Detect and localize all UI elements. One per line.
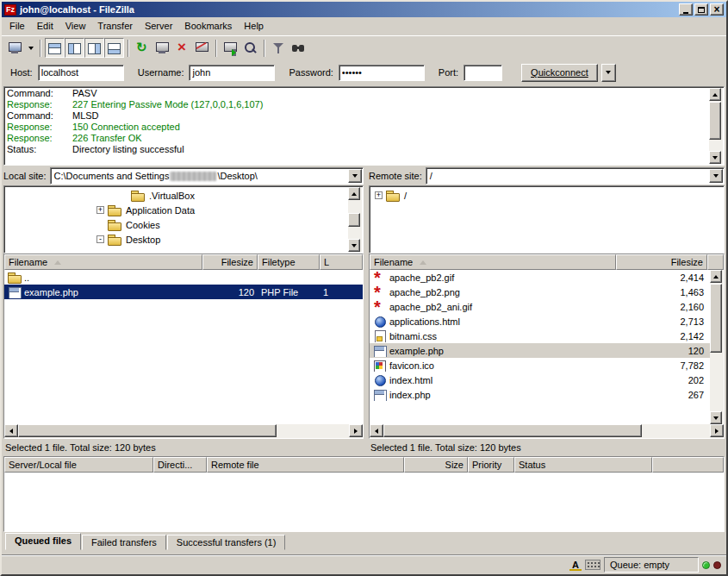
column-header-server-local-file[interactable]: Server/Local file	[4, 457, 153, 473]
scrollbar-thumb[interactable]	[710, 284, 722, 353]
menu-item-help[interactable]: Help	[238, 18, 270, 34]
process-queue-button[interactable]	[152, 38, 172, 58]
remote-list-scrollbar[interactable]	[710, 270, 724, 424]
remote-site-dropdown-button[interactable]	[709, 169, 723, 183]
scrollbar-thumb[interactable]	[348, 213, 360, 227]
toggle-message-log-button[interactable]	[45, 38, 65, 58]
local-horizontal-scrollbar[interactable]	[4, 424, 363, 438]
scroll-down-button[interactable]	[709, 151, 721, 164]
transfer-type-indicator-icon[interactable]: A	[569, 559, 582, 571]
column-header-status[interactable]: Status	[514, 457, 652, 473]
column-header-size[interactable]: Size	[404, 457, 468, 473]
tab-failed-transfers[interactable]: Failed transfers	[82, 535, 166, 550]
refresh-button[interactable]	[133, 38, 152, 58]
tree-item-root[interactable]: + /	[370, 188, 723, 203]
tab-queued-files[interactable]: Queued files	[5, 533, 81, 550]
menu-item-file[interactable]: File	[3, 18, 31, 34]
menu-item-bookmarks[interactable]: Bookmarks	[178, 18, 238, 34]
file-row[interactable]: apache_pb2.png 1,463	[370, 285, 710, 299]
remote-site-path: /	[430, 171, 432, 181]
remote-list-body[interactable]: apache_pb2.gif 2,414 apache_pb2.png 1,46…	[370, 270, 724, 424]
close-button[interactable]: ×	[710, 3, 724, 16]
reconnect-button[interactable]	[221, 38, 240, 58]
menu-item-edit[interactable]: Edit	[31, 18, 59, 34]
tree-item-desktop[interactable]: - Desktop	[5, 232, 347, 247]
column-header-filesize[interactable]: Filesize	[202, 254, 258, 270]
queue-header: Server/Local file Directi... Remote file…	[4, 457, 724, 473]
local-tree-scrollbar[interactable]	[348, 187, 362, 252]
expand-icon[interactable]: +	[96, 206, 104, 214]
file-row[interactable]: applications.html 2,713	[370, 314, 710, 329]
scroll-up-button[interactable]	[710, 270, 722, 283]
column-header-filename[interactable]: Filename	[370, 254, 616, 270]
host-input[interactable]	[38, 65, 124, 81]
compare-button[interactable]	[289, 38, 308, 58]
tree-item-application-data[interactable]: + Application Data	[5, 203, 347, 217]
scrollbar-thumb[interactable]	[709, 102, 721, 140]
tree-item-virtualbox[interactable]: .VirtualBox	[5, 188, 347, 203]
scroll-up-button[interactable]	[709, 88, 721, 101]
scrollbar-thumb[interactable]	[18, 424, 277, 437]
site-manager-button[interactable]	[5, 38, 25, 58]
scroll-right-button[interactable]	[710, 424, 724, 437]
tree-item-cookies[interactable]: Cookies	[5, 217, 347, 232]
find-files-button[interactable]	[240, 38, 260, 58]
file-row-example-php[interactable]: example.php 120 PHP File 1	[4, 285, 363, 299]
remote-site-combobox[interactable]: /	[426, 167, 725, 185]
remote-horizontal-scrollbar[interactable]	[370, 424, 724, 438]
collapse-icon[interactable]: -	[96, 235, 104, 243]
local-site-dropdown-button[interactable]	[348, 169, 362, 183]
quickconnect-dropdown-button[interactable]	[601, 64, 616, 82]
disconnect-button[interactable]	[192, 38, 212, 58]
file-row[interactable]: bitnami.css 2,142	[370, 329, 710, 343]
toggle-remote-tree-button[interactable]	[84, 38, 104, 58]
scroll-up-button[interactable]	[348, 187, 360, 200]
scrollbar-thumb[interactable]	[383, 424, 642, 437]
column-header-priority[interactable]: Priority	[468, 457, 514, 473]
tab-successful-transfers[interactable]: Successful transfers (1)	[167, 535, 286, 550]
username-input[interactable]	[189, 65, 275, 81]
menu-item-server[interactable]: Server	[139, 18, 178, 34]
file-row[interactable]: index.html 202	[370, 373, 710, 387]
file-row-parent-dir[interactable]: ..	[4, 270, 363, 285]
file-row-example-php[interactable]: example.php 120	[370, 343, 710, 358]
column-header-filename[interactable]: Filename	[4, 254, 202, 270]
scroll-down-button[interactable]	[710, 411, 722, 424]
column-header-last-modified[interactable]: L	[320, 254, 363, 270]
encryption-indicator-icon[interactable]	[585, 560, 600, 570]
filter-button[interactable]	[269, 38, 289, 58]
local-site-combobox[interactable]: C:\Documents and Settings\Desktop\	[50, 167, 364, 185]
column-header-filesize[interactable]: Filesize	[616, 254, 707, 270]
maximize-button[interactable]	[694, 3, 708, 16]
menu-item-view[interactable]: View	[59, 18, 92, 34]
port-input[interactable]	[464, 65, 502, 81]
file-row[interactable]: apache_pb2_ani.gif 2,160	[370, 299, 710, 314]
file-row[interactable]: favicon.ico 7,782	[370, 358, 710, 373]
toggle-queue-button[interactable]	[104, 38, 124, 58]
file-size: 7,782	[616, 360, 707, 371]
password-input[interactable]	[339, 65, 425, 81]
scroll-right-button[interactable]	[349, 424, 363, 437]
toggle-local-tree-button[interactable]	[65, 38, 84, 58]
scroll-left-button[interactable]	[370, 424, 383, 437]
column-header-filetype[interactable]: Filetype	[258, 254, 320, 270]
quickconnect-button[interactable]: Quickconnect	[521, 64, 598, 82]
expand-icon[interactable]: +	[375, 191, 383, 199]
column-header-remote-file[interactable]: Remote file	[207, 457, 404, 473]
remote-directory-tree[interactable]: + /	[369, 185, 725, 254]
log-scrollbar[interactable]	[709, 88, 723, 164]
local-list-body[interactable]: .. example.php 120 PHP File 1	[4, 270, 363, 424]
message-log[interactable]: Command:PASV Response:227 Entering Passi…	[3, 86, 725, 166]
column-header-direction[interactable]: Directi...	[153, 457, 207, 473]
queue-body[interactable]	[4, 473, 724, 531]
scroll-down-button[interactable]	[348, 239, 360, 252]
file-row[interactable]: index.php 267	[370, 387, 710, 402]
menu-item-transfer[interactable]: Transfer	[91, 18, 139, 34]
site-manager-dropdown-button[interactable]	[25, 38, 36, 58]
minimize-button[interactable]	[679, 3, 693, 16]
local-file-list: Filename Filesize Filetype L .. example.…	[3, 254, 364, 439]
scroll-left-button[interactable]	[4, 424, 18, 437]
file-row[interactable]: apache_pb2.gif 2,414	[370, 270, 710, 285]
local-directory-tree[interactable]: .VirtualBox + Application Data Cookies -…	[3, 185, 364, 254]
cancel-button[interactable]	[172, 38, 192, 58]
